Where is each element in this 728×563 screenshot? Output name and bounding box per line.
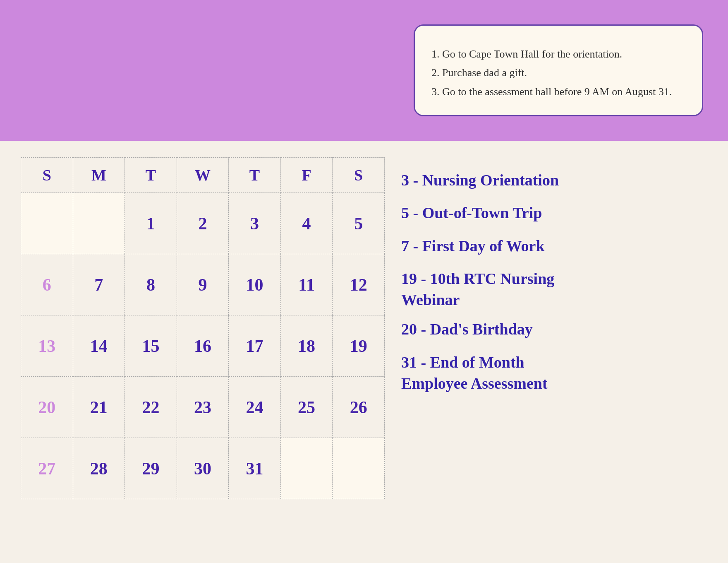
- event-item: 3 - Nursing Orientation: [401, 170, 707, 191]
- calendar-cell: [21, 193, 73, 254]
- calendar-table: SMTWTFS 12345678910111213141516171819202…: [21, 157, 385, 499]
- note-item-2: 2. Purchase dad a gift.: [431, 64, 685, 82]
- calendar-header-row: SMTWTFS: [21, 158, 385, 193]
- calendar-cell: 12: [333, 254, 385, 315]
- event-item: 19 - 10th RTC NursingWebinar: [401, 268, 707, 311]
- calendar-row: 13141516171819: [21, 315, 385, 377]
- calendar-cell: 19: [333, 315, 385, 377]
- calendar-cell: 11: [280, 254, 333, 315]
- weekday-header: T: [125, 158, 177, 193]
- note-item-3: 3. Go to the assessment hall before 9 AM…: [431, 83, 685, 101]
- calendar-cell: 31: [229, 438, 281, 499]
- calendar-row: 6789101112: [21, 254, 385, 315]
- calendar-cell: 18: [280, 315, 333, 377]
- notes-box: 1. Go to Cape Town Hall for the orientat…: [414, 24, 703, 117]
- weekday-header: T: [229, 158, 281, 193]
- calendar-cell: 5: [333, 193, 385, 254]
- calendar-row: 20212223242526: [21, 377, 385, 438]
- calendar-cell: 9: [177, 254, 229, 315]
- calendar-cell: 21: [73, 377, 125, 438]
- calendar-cell: 28: [73, 438, 125, 499]
- calendar-cell: 7: [73, 254, 125, 315]
- weekday-header: W: [177, 158, 229, 193]
- notes-list: 1. Go to Cape Town Hall for the orientat…: [431, 46, 685, 101]
- note-item-1: 1. Go to Cape Town Hall for the orientat…: [431, 46, 685, 63]
- calendar-cell: 2: [177, 193, 229, 254]
- calendar-cell: 17: [229, 315, 281, 377]
- event-item: 7 - First Day of Work: [401, 236, 707, 257]
- calendar-cell: 6: [21, 254, 73, 315]
- calendar-cell: 10: [229, 254, 281, 315]
- calendar-cell: 1: [125, 193, 177, 254]
- calendar-cell: [333, 438, 385, 499]
- header: 1. Go to Cape Town Hall for the orientat…: [0, 0, 728, 141]
- weekday-header: F: [280, 158, 333, 193]
- calendar-cell: 26: [333, 377, 385, 438]
- weekday-header: S: [333, 158, 385, 193]
- event-item: 20 - Dad's Birthday: [401, 319, 707, 340]
- event-item: 5 - Out-of-Town Trip: [401, 202, 707, 224]
- calendar-cell: 25: [280, 377, 333, 438]
- calendar-row: 12345: [21, 193, 385, 254]
- event-item: 31 - End of MonthEmployee Assessment: [401, 352, 707, 395]
- calendar-cell: 30: [177, 438, 229, 499]
- calendar-cell: 14: [73, 315, 125, 377]
- calendar-cell: 24: [229, 377, 281, 438]
- calendar-cell: 13: [21, 315, 73, 377]
- calendar-cell: [73, 193, 125, 254]
- main-area: SMTWTFS 12345678910111213141516171819202…: [0, 141, 728, 563]
- weekday-header: M: [73, 158, 125, 193]
- calendar-cell: 8: [125, 254, 177, 315]
- calendar-cell: 15: [125, 315, 177, 377]
- calendar-cell: 23: [177, 377, 229, 438]
- calendar-row: 2728293031: [21, 438, 385, 499]
- calendar-cell: 4: [280, 193, 333, 254]
- calendar-cell: [280, 438, 333, 499]
- calendar-cell: 3: [229, 193, 281, 254]
- calendar-cell: 27: [21, 438, 73, 499]
- weekday-header: S: [21, 158, 73, 193]
- calendar-cell: 16: [177, 315, 229, 377]
- calendar-cell: 22: [125, 377, 177, 438]
- events-sidebar: 3 - Nursing Orientation5 - Out-of-Town T…: [401, 157, 707, 551]
- calendar-wrap: SMTWTFS 12345678910111213141516171819202…: [21, 157, 385, 551]
- calendar-cell: 20: [21, 377, 73, 438]
- calendar-cell: 29: [125, 438, 177, 499]
